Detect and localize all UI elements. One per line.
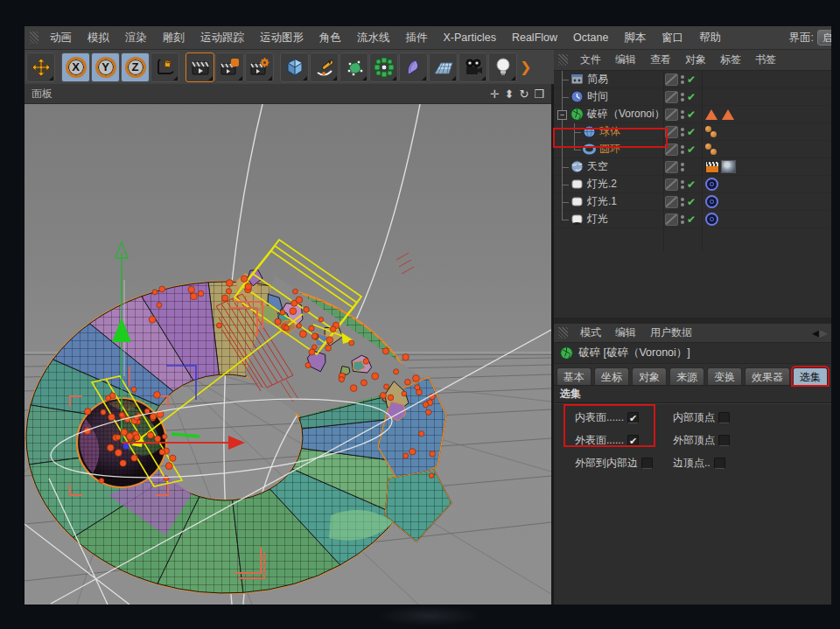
object-row-time-effector[interactable]: 时间 ✔ <box>554 88 831 106</box>
light-button[interactable] <box>488 52 517 82</box>
object-row-sphere[interactable]: 球体 ✔ <box>554 123 831 141</box>
edge-points-option[interactable]: 边顶点.. <box>673 456 778 471</box>
menu-xparticles[interactable]: X-Particles <box>436 31 504 44</box>
target-tag[interactable] <box>705 195 718 208</box>
inner-points-option[interactable]: 内部顶点 <box>673 410 778 425</box>
target-tag[interactable] <box>705 213 718 226</box>
tab-coordinates[interactable]: 坐标 <box>594 367 629 385</box>
tab-sources[interactable]: 来源 <box>669 367 704 385</box>
menu-animation[interactable]: 动画 <box>42 31 80 45</box>
coordinate-system-button[interactable] <box>150 52 179 82</box>
panel-grip-icon[interactable] <box>558 327 568 339</box>
layer-toggle[interactable] <box>665 91 678 103</box>
menu-render[interactable]: 渲染 <box>117 31 155 45</box>
layer-toggle[interactable] <box>665 196 678 208</box>
enabled-check[interactable]: ✔ <box>687 126 697 138</box>
menu-octane[interactable]: Octane <box>565 31 616 44</box>
tab-basic[interactable]: 基本 <box>556 367 592 385</box>
panel-splitter-horizontal[interactable] <box>554 318 831 324</box>
layer-toggle[interactable] <box>665 161 678 173</box>
render-settings-button[interactable] <box>245 52 274 82</box>
menu-sculpt[interactable]: 雕刻 <box>155 31 192 45</box>
inner-faces-checkbox[interactable] <box>627 412 639 423</box>
tab-transform[interactable]: 变换 <box>707 367 742 385</box>
inner-points-checkbox[interactable] <box>718 412 730 423</box>
texture-tag[interactable] <box>721 160 736 173</box>
compositing-tag[interactable] <box>705 161 719 173</box>
subdivision-surface-button[interactable] <box>340 52 368 82</box>
tab-object[interactable]: 对象 <box>632 367 667 385</box>
render-view-button[interactable] <box>186 52 214 82</box>
outer-points-checkbox[interactable] <box>718 435 730 446</box>
object-row-light-2[interactable]: 灯光.2 ✔ <box>554 176 831 193</box>
visibility-dots[interactable] <box>681 180 684 189</box>
om-menu-view[interactable]: 查看 <box>643 52 678 67</box>
visibility-dots[interactable] <box>681 93 684 101</box>
camera-button[interactable] <box>458 52 487 82</box>
tab-effectors[interactable]: 效果器 <box>745 367 790 385</box>
outer-faces-option[interactable]: 外表面...... <box>575 433 673 448</box>
layer-toggle[interactable] <box>665 213 678 226</box>
outer-faces-checkbox[interactable] <box>627 435 639 446</box>
y-axis-lock-button[interactable]: Y <box>91 52 120 82</box>
object-row-light[interactable]: 灯光 ✔ <box>554 211 831 228</box>
viewport-maximize-icon[interactable]: ❒ <box>534 87 544 101</box>
render-picture-viewer-button[interactable] <box>215 52 244 82</box>
menubar-grip[interactable] <box>30 31 38 44</box>
om-menu-file[interactable]: 文件 <box>573 52 608 67</box>
expander-icon[interactable]: − <box>557 110 567 120</box>
enabled-check[interactable]: ✔ <box>687 108 697 121</box>
layer-toggle[interactable] <box>665 178 678 191</box>
menu-simulate[interactable]: 模拟 <box>80 31 117 45</box>
tab-selections[interactable]: 选集 <box>793 367 828 385</box>
viewport-pan-icon[interactable]: ✛ <box>490 87 500 101</box>
viewport-rotate-icon[interactable]: ↻ <box>519 87 528 101</box>
move-tool-button[interactable] <box>26 52 55 82</box>
visibility-dots[interactable] <box>681 145 684 154</box>
spline-pen-button[interactable] <box>310 52 339 82</box>
menu-mograph[interactable]: 运动图形 <box>252 31 312 45</box>
viewport-canvas[interactable] <box>24 104 551 605</box>
triangle-tag[interactable] <box>705 109 718 120</box>
om-menu-tag[interactable]: 标签 <box>713 52 748 67</box>
enabled-check[interactable]: ✔ <box>687 178 697 191</box>
menu-pipeline[interactable]: 流水线 <box>349 31 398 45</box>
object-row-light-1[interactable]: 灯光.1 ✔ <box>554 193 831 211</box>
enabled-check[interactable]: ✔ <box>687 73 697 86</box>
outer-points-option[interactable]: 外部顶点 <box>673 433 778 448</box>
visibility-dots[interactable] <box>681 198 684 206</box>
inner-faces-option[interactable]: 内表面...... <box>575 410 673 425</box>
z-axis-lock-button[interactable]: Z <box>121 52 150 82</box>
om-menu-bookmark[interactable]: 书签 <box>748 52 783 67</box>
triangle-tag[interactable] <box>722 109 734 120</box>
panel-grip-icon[interactable] <box>558 54 568 66</box>
x-axis-lock-button[interactable]: X <box>61 52 90 82</box>
am-menu-edit[interactable]: 编辑 <box>608 325 643 340</box>
edge-points-checkbox[interactable] <box>714 458 725 469</box>
menu-plugins[interactable]: 插件 <box>398 31 436 45</box>
object-row-voronoi-fracture[interactable]: − 破碎（Voronoi） ✔ <box>554 106 831 123</box>
enabled-check[interactable]: ✔ <box>687 91 697 103</box>
om-menu-object[interactable]: 对象 <box>678 52 713 67</box>
visibility-dots[interactable] <box>681 110 684 119</box>
toolbar-expand-icon[interactable]: ❯ <box>520 59 531 75</box>
visibility-dots[interactable] <box>681 128 684 136</box>
deformer-button[interactable] <box>399 52 428 82</box>
menu-character[interactable]: 角色 <box>312 31 349 45</box>
enabled-check[interactable]: ✔ <box>687 143 697 156</box>
menu-script[interactable]: 脚本 <box>616 31 654 45</box>
am-menu-mode[interactable]: 模式 <box>573 325 608 340</box>
floor-environment-button[interactable] <box>429 52 458 82</box>
menu-realflow[interactable]: RealFlow <box>504 31 565 44</box>
viewport-zoom-icon[interactable]: ⬍ <box>505 87 514 101</box>
outer-to-inner-edges-checkbox[interactable] <box>641 458 653 469</box>
enabled-check[interactable]: ✔ <box>687 213 697 226</box>
menu-window[interactable]: 窗口 <box>654 31 691 45</box>
visibility-dots[interactable] <box>681 75 684 84</box>
target-tag[interactable] <box>705 178 718 191</box>
object-row-sky[interactable]: 天空 ✔ <box>554 158 831 176</box>
layer-toggle[interactable] <box>665 126 678 138</box>
mograph-array-button[interactable] <box>369 52 398 82</box>
visibility-dots[interactable] <box>681 215 684 224</box>
primitive-cube-button[interactable] <box>280 52 309 82</box>
